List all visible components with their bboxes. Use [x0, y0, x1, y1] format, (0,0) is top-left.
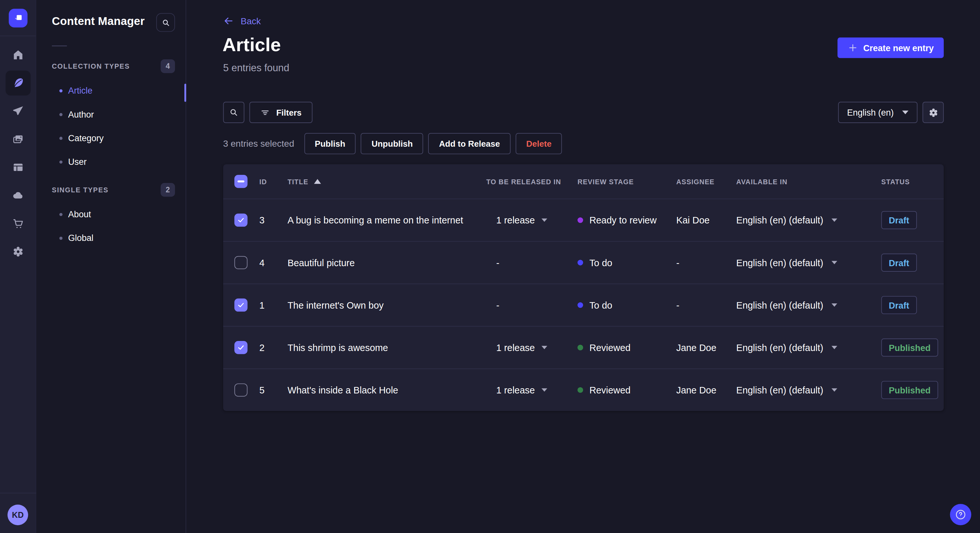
sidebar-item-about[interactable]: About	[36, 202, 186, 226]
search-icon	[229, 108, 239, 117]
chevron-down-icon	[541, 218, 547, 222]
table-row[interactable]: 1 The internet's Own boy - To do - Engli…	[223, 284, 944, 326]
add-to-release-button[interactable]: Add to Release	[428, 133, 511, 154]
cell-available-in-dropdown[interactable]: English (en) (default)	[736, 257, 881, 268]
release-value: 1 release	[496, 342, 535, 353]
row-checkbox[interactable]	[234, 214, 248, 227]
unpublish-button[interactable]: Unpublish	[361, 133, 423, 154]
question-mark-icon	[955, 508, 967, 521]
column-header-title[interactable]: TITLE	[288, 178, 486, 185]
search-button[interactable]	[223, 102, 244, 123]
app-root: KD Content Manager COLLECTION TYPES 4 Ar…	[0, 0, 980, 533]
chevron-down-icon	[831, 260, 837, 265]
cell-available-in-dropdown[interactable]: English (en) (default)	[736, 215, 881, 225]
cell-status: Draft	[881, 254, 944, 272]
cell-status: Published	[881, 381, 944, 399]
cell-assignee: Jane Doe	[676, 342, 736, 353]
search-icon	[161, 18, 170, 27]
layout-icon[interactable]	[5, 155, 30, 180]
table-row[interactable]: 2 This shrimp is awesome 1 release Revie…	[223, 326, 944, 368]
column-header-review-stage: REVIEW STAGE	[578, 178, 676, 185]
content-manager-panel: Content Manager COLLECTION TYPES 4 Artic…	[36, 0, 186, 533]
cell-release-dropdown[interactable]: 1 release	[486, 342, 578, 353]
item-label: Article	[68, 86, 92, 95]
cell-id: 2	[259, 342, 288, 353]
selection-bar: 3 entries selected Publish Unpublish Add…	[223, 133, 562, 154]
publish-button[interactable]: Publish	[304, 133, 356, 154]
chevron-down-icon	[831, 218, 837, 222]
cell-available-in-dropdown[interactable]: English (en) (default)	[736, 342, 881, 353]
user-avatar[interactable]: KD	[8, 504, 28, 525]
cart-icon[interactable]	[5, 211, 30, 236]
filters-button[interactable]: Filters	[249, 102, 312, 123]
table-row[interactable]: 4 Beautiful picture - To do - English (e…	[223, 241, 944, 283]
entries-count: 5 entries found	[223, 62, 289, 74]
home-icon[interactable]	[5, 43, 30, 67]
status-badge: Draft	[881, 254, 916, 272]
locale-select[interactable]: English (en)	[838, 102, 918, 123]
bullet-icon	[59, 89, 62, 92]
sidebar-item-category[interactable]: Category	[36, 126, 186, 150]
release-value: -	[496, 257, 500, 268]
stage-label: Reviewed	[590, 385, 631, 395]
status-badge: Draft	[881, 211, 916, 229]
entries-table: ID TITLE TO BE RELEASED IN REVIEW STAGE …	[223, 164, 944, 411]
cell-review-stage: Ready to review	[578, 215, 676, 225]
sidebar-item-article[interactable]: Article	[36, 79, 186, 102]
chevron-down-icon	[541, 388, 547, 392]
chevron-down-icon	[831, 345, 837, 350]
section-items: Article Author Category User	[36, 79, 186, 174]
images-icon[interactable]	[5, 127, 30, 152]
cell-status: Published	[881, 338, 944, 357]
section-single-types: SINGLE TYPES 2 About Global	[36, 182, 186, 250]
help-button[interactable]	[950, 504, 971, 525]
gear-icon	[928, 107, 939, 118]
stage-dot-icon	[578, 387, 583, 393]
row-checkbox[interactable]	[234, 383, 248, 397]
row-checkbox[interactable]	[234, 298, 248, 312]
panel-search-button[interactable]	[156, 13, 175, 32]
sidebar-item-global[interactable]: Global	[36, 226, 186, 250]
cell-release-dropdown[interactable]: 1 release	[486, 385, 578, 395]
cell-title: Beautiful picture	[288, 257, 486, 268]
row-checkbox[interactable]	[234, 341, 248, 354]
locale-value: English (en)	[847, 108, 894, 117]
gear-icon[interactable]	[5, 239, 30, 264]
cloud-icon[interactable]	[5, 183, 30, 208]
sidebar-item-author[interactable]: Author	[36, 102, 186, 126]
view-settings-button[interactable]	[923, 102, 944, 123]
locale-value: English (en) (default)	[736, 257, 824, 268]
item-label: Author	[68, 109, 94, 119]
stage-dot-icon	[578, 302, 583, 308]
bullet-icon	[59, 160, 62, 163]
back-link[interactable]: Back	[223, 16, 261, 26]
create-new-entry-button[interactable]: Create new entry	[838, 38, 944, 58]
select-all-checkbox[interactable]	[234, 175, 248, 188]
table-row[interactable]: 3 A bug is becoming a meme on the intern…	[223, 198, 944, 241]
cell-release-dropdown[interactable]: 1 release	[486, 215, 578, 225]
cell-review-stage: To do	[578, 257, 676, 268]
cell-available-in-dropdown[interactable]: English (en) (default)	[736, 385, 881, 395]
section-label: COLLECTION TYPES	[52, 62, 130, 70]
section-count-badge: 4	[161, 59, 175, 73]
sidebar-item-user[interactable]: User	[36, 150, 186, 174]
delete-button[interactable]: Delete	[515, 133, 562, 154]
section-header: COLLECTION TYPES 4	[36, 59, 186, 73]
feather-icon[interactable]	[5, 71, 30, 95]
selection-count: 3 entries selected	[223, 139, 294, 149]
cell-assignee: Jane Doe	[676, 385, 736, 395]
cell-title: This shrimp is awesome	[288, 342, 486, 353]
page-title: Article	[223, 34, 281, 56]
table-row[interactable]: 5 What's inside a Black Hole 1 release R…	[223, 368, 944, 411]
column-header-id: ID	[259, 178, 288, 185]
row-checkbox[interactable]	[234, 256, 248, 270]
stage-label: Ready to review	[590, 215, 657, 225]
bullet-icon	[59, 236, 62, 240]
column-header-status: STATUS	[881, 178, 944, 185]
back-label: Back	[240, 16, 261, 26]
column-header-available-in: AVAILABLE IN	[736, 178, 881, 185]
header-checkbox-cell	[223, 175, 259, 188]
paper-plane-icon[interactable]	[5, 99, 30, 124]
cell-available-in-dropdown[interactable]: English (en) (default)	[736, 300, 881, 311]
strapi-logo[interactable]	[8, 8, 27, 27]
